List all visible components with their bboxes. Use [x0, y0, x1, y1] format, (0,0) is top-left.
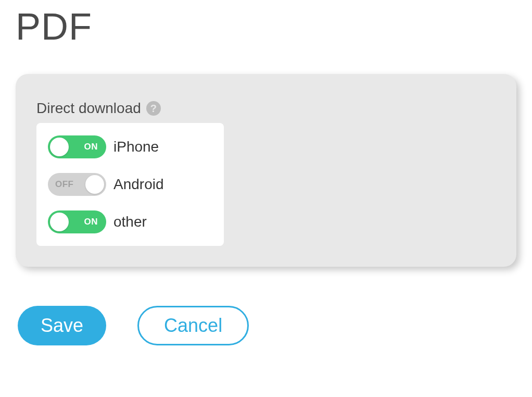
toggle-label-iphone: iPhone: [113, 139, 159, 155]
toggle-android[interactable]: OFF: [48, 173, 106, 196]
toggle-state-text: OFF: [55, 179, 74, 190]
toggle-state-text: ON: [84, 217, 98, 227]
toggle-iphone[interactable]: ON: [48, 135, 106, 158]
button-row: Save Cancel: [16, 306, 516, 345]
section-label: Direct download: [36, 100, 141, 117]
help-icon[interactable]: ?: [146, 101, 161, 116]
toggle-other[interactable]: ON: [48, 210, 106, 233]
toggle-knob: [50, 138, 69, 156]
section-header: Direct download ?: [36, 100, 496, 117]
toggle-state-text: ON: [84, 142, 98, 152]
toggle-label-android: Android: [113, 176, 164, 193]
toggle-knob: [85, 175, 104, 194]
save-button[interactable]: Save: [18, 306, 106, 345]
toggle-knob: [50, 213, 69, 231]
page-title: PDF: [16, 5, 516, 48]
toggle-row-iphone: ON iPhone: [48, 135, 212, 158]
toggle-row-android: OFF Android: [48, 173, 212, 196]
toggle-card: ON iPhone OFF Android ON other: [36, 123, 224, 246]
toggle-row-other: ON other: [48, 210, 212, 233]
toggle-label-other: other: [113, 214, 147, 230]
settings-panel: Direct download ? ON iPhone OFF Android …: [16, 74, 516, 267]
cancel-button[interactable]: Cancel: [137, 306, 249, 345]
